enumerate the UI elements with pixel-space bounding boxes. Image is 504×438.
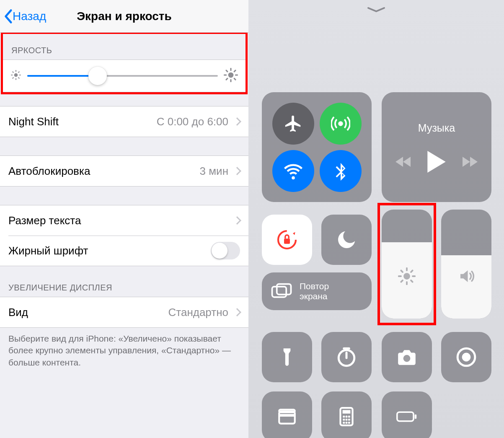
calculator-button[interactable] bbox=[321, 391, 372, 438]
forward-icon[interactable] bbox=[463, 156, 478, 168]
svg-point-36 bbox=[462, 353, 471, 362]
chevron-right-icon bbox=[233, 308, 241, 316]
svg-point-42 bbox=[343, 416, 345, 418]
chevron-left-icon bbox=[3, 9, 13, 24]
view-footer-text: Выберите вид для iPhone: «Увеличено» пок… bbox=[0, 328, 248, 368]
airplane-icon bbox=[284, 114, 303, 133]
back-button[interactable]: Назад bbox=[0, 9, 46, 24]
brightness-high-icon bbox=[224, 68, 238, 84]
battery-icon bbox=[396, 406, 417, 427]
chevron-right-icon bbox=[233, 117, 241, 126]
autolock-value: 3 мин bbox=[90, 165, 228, 178]
svg-line-6 bbox=[18, 78, 19, 78]
orientation-lock-button[interactable] bbox=[262, 215, 312, 265]
bluetooth-icon bbox=[331, 161, 350, 181]
svg-line-7 bbox=[13, 78, 13, 78]
svg-point-43 bbox=[346, 416, 348, 418]
connectivity-tile bbox=[262, 92, 372, 202]
wifi-button[interactable] bbox=[272, 150, 314, 192]
svg-point-47 bbox=[348, 419, 350, 421]
rewind-icon[interactable] bbox=[395, 156, 411, 168]
svg-point-22 bbox=[403, 273, 410, 280]
autolock-label: Автоблокировка bbox=[8, 165, 90, 178]
mirror-line2: экрана bbox=[300, 291, 329, 301]
autolock-row[interactable]: Автоблокировка 3 мин bbox=[0, 156, 248, 186]
screen-mirror-icon bbox=[271, 282, 292, 300]
wifi-icon bbox=[284, 161, 303, 181]
nav-bar: Назад Экран и яркость bbox=[0, 0, 248, 33]
brightness-slider-cc[interactable] bbox=[382, 210, 432, 319]
text-size-row[interactable]: Размер текста bbox=[0, 205, 248, 236]
wallet-icon bbox=[277, 406, 297, 427]
bold-text-toggle[interactable] bbox=[211, 242, 240, 259]
svg-rect-37 bbox=[279, 412, 295, 424]
bold-text-row: Жирный шрифт bbox=[0, 236, 248, 266]
music-label: Музыка bbox=[418, 122, 455, 134]
night-shift-row[interactable]: Night Shift С 0:00 до 6:00 bbox=[0, 106, 248, 137]
brightness-slider-row bbox=[3, 60, 246, 92]
night-shift-label: Night Shift bbox=[8, 115, 59, 128]
brightness-slider[interactable] bbox=[27, 67, 218, 84]
svg-line-5 bbox=[13, 72, 13, 73]
control-center: Музыка Повтор экрана bbox=[248, 0, 504, 438]
svg-point-44 bbox=[348, 416, 350, 418]
night-shift-value: С 0:00 до 6:00 bbox=[59, 115, 228, 128]
grabber-handle[interactable] bbox=[259, 0, 493, 13]
highlight-box-brightness: ЯРКОСТЬ bbox=[1, 32, 248, 94]
screen-record-button[interactable] bbox=[441, 332, 491, 382]
svg-point-46 bbox=[346, 419, 348, 421]
speaker-icon bbox=[441, 267, 491, 285]
mirror-line1: Повтор bbox=[300, 281, 329, 291]
moon-icon bbox=[335, 228, 358, 251]
view-row[interactable]: Вид Стандартно bbox=[0, 297, 248, 327]
antenna-icon bbox=[331, 114, 350, 133]
play-icon[interactable] bbox=[426, 151, 447, 173]
svg-line-17 bbox=[234, 70, 235, 72]
svg-point-48 bbox=[343, 422, 345, 424]
airplane-mode-button[interactable] bbox=[272, 103, 314, 145]
svg-line-30 bbox=[411, 270, 413, 272]
svg-rect-41 bbox=[343, 410, 351, 413]
svg-rect-38 bbox=[279, 414, 295, 417]
sun-icon bbox=[382, 267, 432, 285]
bluetooth-button[interactable] bbox=[320, 150, 362, 192]
chevron-down-icon bbox=[366, 6, 387, 13]
brightness-header: ЯРКОСТЬ bbox=[3, 34, 246, 60]
wallet-button[interactable] bbox=[262, 391, 312, 438]
svg-rect-20 bbox=[272, 287, 287, 297]
timer-button[interactable] bbox=[321, 332, 372, 382]
screen-mirroring-button[interactable]: Повтор экрана bbox=[262, 272, 372, 310]
flashlight-icon bbox=[277, 347, 297, 368]
do-not-disturb-button[interactable] bbox=[321, 215, 372, 265]
svg-rect-21 bbox=[277, 284, 291, 295]
volume-slider-cc[interactable] bbox=[441, 210, 491, 319]
svg-rect-51 bbox=[397, 412, 414, 421]
svg-point-34 bbox=[403, 355, 411, 362]
camera-icon bbox=[396, 347, 417, 368]
display-zoom-header: УВЕЛИЧЕНИЕ ДИСПЛЕЯ bbox=[0, 266, 248, 297]
svg-line-29 bbox=[401, 280, 403, 282]
svg-point-45 bbox=[343, 419, 345, 421]
view-value: Стандартно bbox=[28, 306, 228, 319]
timer-icon bbox=[336, 347, 357, 368]
lock-rotation-icon bbox=[275, 228, 299, 251]
brightness-low-icon bbox=[10, 70, 21, 82]
svg-rect-19 bbox=[284, 238, 290, 244]
calculator-icon bbox=[336, 406, 357, 427]
svg-point-0 bbox=[14, 73, 18, 77]
music-controls bbox=[395, 151, 478, 173]
flashlight-button[interactable] bbox=[262, 332, 312, 382]
svg-line-28 bbox=[411, 280, 413, 282]
chevron-right-icon bbox=[233, 216, 241, 225]
chevron-right-icon bbox=[233, 167, 241, 175]
record-icon bbox=[456, 347, 477, 368]
bold-text-label: Жирный шрифт bbox=[8, 244, 88, 257]
low-power-mode-button[interactable] bbox=[382, 391, 432, 438]
svg-line-15 bbox=[234, 78, 235, 80]
svg-line-27 bbox=[401, 270, 403, 272]
settings-screen: Назад Экран и яркость ЯРКОСТЬ bbox=[0, 0, 248, 438]
camera-button[interactable] bbox=[382, 332, 432, 382]
back-label: Назад bbox=[13, 10, 46, 23]
cellular-data-button[interactable] bbox=[320, 103, 362, 145]
music-tile[interactable]: Музыка bbox=[382, 92, 491, 202]
